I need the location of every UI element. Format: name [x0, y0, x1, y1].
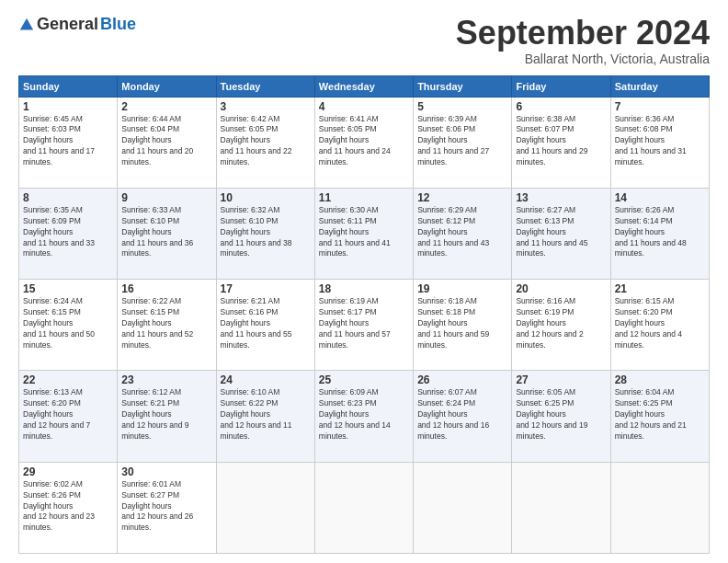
- day-number: 21: [615, 282, 705, 295]
- day-info: Sunrise: 6:36 AMSunset: 6:08 PMDaylight …: [615, 114, 705, 168]
- table-row: 29Sunrise: 6:02 AMSunset: 6:26 PMDayligh…: [19, 462, 118, 553]
- logo-blue-text: Blue: [100, 15, 136, 34]
- table-row: 12Sunrise: 6:29 AMSunset: 6:12 PMDayligh…: [414, 188, 512, 279]
- day-info: Sunrise: 6:04 AMSunset: 6:25 PMDaylight …: [615, 387, 705, 442]
- table-row: 6Sunrise: 6:38 AMSunset: 6:07 PMDaylight…: [512, 97, 610, 188]
- table-row: 9Sunrise: 6:33 AMSunset: 6:10 PMDaylight…: [118, 188, 216, 279]
- table-row: 14Sunrise: 6:26 AMSunset: 6:14 PMDayligh…: [610, 188, 709, 279]
- table-row: 17Sunrise: 6:21 AMSunset: 6:16 PMDayligh…: [216, 280, 314, 371]
- table-row: 11Sunrise: 6:30 AMSunset: 6:11 PMDayligh…: [314, 188, 413, 279]
- logo-general-text: General: [37, 15, 98, 34]
- table-row: 30Sunrise: 6:01 AMSunset: 6:27 PMDayligh…: [118, 462, 216, 553]
- day-info: Sunrise: 6:15 AMSunset: 6:20 PMDaylight …: [615, 296, 705, 350]
- logo: General Blue: [18, 15, 136, 34]
- table-row: 16Sunrise: 6:22 AMSunset: 6:15 PMDayligh…: [118, 280, 216, 371]
- calendar-week-row: 1Sunrise: 6:45 AMSunset: 6:03 PMDaylight…: [19, 97, 710, 188]
- day-info: Sunrise: 6:05 AMSunset: 6:25 PMDaylight …: [516, 387, 606, 442]
- logo-icon: [18, 17, 35, 33]
- day-info: Sunrise: 6:07 AMSunset: 6:24 PMDaylight …: [417, 387, 507, 442]
- day-number: 17: [221, 282, 311, 295]
- day-number: 6: [516, 100, 606, 113]
- table-row: 21Sunrise: 6:15 AMSunset: 6:20 PMDayligh…: [610, 280, 709, 371]
- day-number: 25: [319, 373, 409, 386]
- day-info: Sunrise: 6:41 AMSunset: 6:05 PMDaylight …: [319, 114, 409, 168]
- day-number: 14: [615, 191, 705, 204]
- month-title: September 2024: [456, 15, 710, 52]
- day-info: Sunrise: 6:39 AMSunset: 6:06 PMDaylight …: [417, 114, 507, 168]
- day-number: 18: [319, 282, 409, 295]
- header-tuesday: Tuesday: [216, 75, 314, 97]
- table-row: 1Sunrise: 6:45 AMSunset: 6:03 PMDaylight…: [19, 97, 118, 188]
- table-row: 25Sunrise: 6:09 AMSunset: 6:23 PMDayligh…: [314, 371, 413, 462]
- table-row: 15Sunrise: 6:24 AMSunset: 6:15 PMDayligh…: [19, 280, 118, 371]
- calendar-table: Sunday Monday Tuesday Wednesday Thursday…: [18, 75, 710, 554]
- day-number: 20: [516, 282, 606, 295]
- table-row: 10Sunrise: 6:32 AMSunset: 6:10 PMDayligh…: [216, 188, 314, 279]
- day-info: Sunrise: 6:32 AMSunset: 6:10 PMDaylight …: [221, 205, 311, 259]
- table-row: 20Sunrise: 6:16 AMSunset: 6:19 PMDayligh…: [512, 280, 610, 371]
- table-row: 26Sunrise: 6:07 AMSunset: 6:24 PMDayligh…: [414, 371, 512, 462]
- day-info: Sunrise: 6:10 AMSunset: 6:22 PMDaylight …: [221, 387, 311, 442]
- calendar-header-row: Sunday Monday Tuesday Wednesday Thursday…: [19, 75, 710, 97]
- calendar-week-row: 8Sunrise: 6:35 AMSunset: 6:09 PMDaylight…: [19, 188, 710, 279]
- day-info: Sunrise: 6:38 AMSunset: 6:07 PMDaylight …: [516, 114, 606, 168]
- day-info: Sunrise: 6:26 AMSunset: 6:14 PMDaylight …: [615, 205, 705, 259]
- day-number: 23: [121, 373, 211, 386]
- title-section: September 2024 Ballarat North, Victoria,…: [456, 15, 710, 66]
- day-number: 19: [417, 282, 507, 295]
- day-info: Sunrise: 6:16 AMSunset: 6:19 PMDaylight …: [516, 296, 606, 350]
- day-info: Sunrise: 6:02 AMSunset: 6:26 PMDaylight …: [23, 479, 113, 534]
- day-number: 29: [23, 465, 113, 478]
- day-info: Sunrise: 6:27 AMSunset: 6:13 PMDaylight …: [516, 205, 606, 259]
- day-number: 10: [221, 191, 311, 204]
- header-wednesday: Wednesday: [314, 75, 413, 97]
- day-number: 3: [221, 100, 311, 113]
- day-info: Sunrise: 6:35 AMSunset: 6:09 PMDaylight …: [23, 205, 113, 259]
- table-row: 27Sunrise: 6:05 AMSunset: 6:25 PMDayligh…: [512, 371, 610, 462]
- day-number: 2: [121, 100, 211, 113]
- day-info: Sunrise: 6:45 AMSunset: 6:03 PMDaylight …: [23, 114, 113, 168]
- header-monday: Monday: [118, 75, 216, 97]
- day-info: Sunrise: 6:21 AMSunset: 6:16 PMDaylight …: [221, 296, 311, 350]
- calendar-week-row: 22Sunrise: 6:13 AMSunset: 6:20 PMDayligh…: [19, 371, 710, 462]
- table-row: 22Sunrise: 6:13 AMSunset: 6:20 PMDayligh…: [19, 371, 118, 462]
- page: General Blue September 2024 Ballarat Nor…: [0, 0, 728, 563]
- table-row: 2Sunrise: 6:44 AMSunset: 6:04 PMDaylight…: [118, 97, 216, 188]
- day-info: Sunrise: 6:12 AMSunset: 6:21 PMDaylight …: [121, 387, 211, 442]
- table-row: 8Sunrise: 6:35 AMSunset: 6:09 PMDaylight…: [19, 188, 118, 279]
- header-thursday: Thursday: [414, 75, 512, 97]
- day-number: 15: [23, 282, 113, 295]
- calendar-week-row: 15Sunrise: 6:24 AMSunset: 6:15 PMDayligh…: [19, 280, 710, 371]
- day-number: 16: [121, 282, 211, 295]
- table-row: 7Sunrise: 6:36 AMSunset: 6:08 PMDaylight…: [610, 97, 709, 188]
- day-number: 13: [516, 191, 606, 204]
- day-info: Sunrise: 6:01 AMSunset: 6:27 PMDaylight …: [121, 479, 211, 534]
- table-row: 13Sunrise: 6:27 AMSunset: 6:13 PMDayligh…: [512, 188, 610, 279]
- day-number: 1: [23, 100, 113, 113]
- day-number: 4: [319, 100, 409, 113]
- day-info: Sunrise: 6:18 AMSunset: 6:18 PMDaylight …: [417, 296, 507, 350]
- day-info: Sunrise: 6:13 AMSunset: 6:20 PMDaylight …: [23, 387, 113, 442]
- table-row: [512, 462, 610, 553]
- table-row: 4Sunrise: 6:41 AMSunset: 6:05 PMDaylight…: [314, 97, 413, 188]
- header-saturday: Saturday: [610, 75, 709, 97]
- day-info: Sunrise: 6:09 AMSunset: 6:23 PMDaylight …: [319, 387, 409, 442]
- day-number: 9: [121, 191, 211, 204]
- day-number: 27: [516, 373, 606, 386]
- header: General Blue September 2024 Ballarat Nor…: [18, 15, 710, 66]
- table-row: 19Sunrise: 6:18 AMSunset: 6:18 PMDayligh…: [414, 280, 512, 371]
- table-row: [414, 462, 512, 553]
- day-info: Sunrise: 6:19 AMSunset: 6:17 PMDaylight …: [319, 296, 409, 350]
- day-number: 12: [417, 191, 507, 204]
- day-info: Sunrise: 6:42 AMSunset: 6:05 PMDaylight …: [221, 114, 311, 168]
- header-friday: Friday: [512, 75, 610, 97]
- day-info: Sunrise: 6:44 AMSunset: 6:04 PMDaylight …: [121, 114, 211, 168]
- day-number: 24: [221, 373, 311, 386]
- day-number: 28: [615, 373, 705, 386]
- table-row: [610, 462, 709, 553]
- day-number: 7: [615, 100, 705, 113]
- calendar-week-row: 29Sunrise: 6:02 AMSunset: 6:26 PMDayligh…: [19, 462, 710, 553]
- day-info: Sunrise: 6:22 AMSunset: 6:15 PMDaylight …: [121, 296, 211, 350]
- table-row: 18Sunrise: 6:19 AMSunset: 6:17 PMDayligh…: [314, 280, 413, 371]
- day-number: 30: [121, 465, 211, 478]
